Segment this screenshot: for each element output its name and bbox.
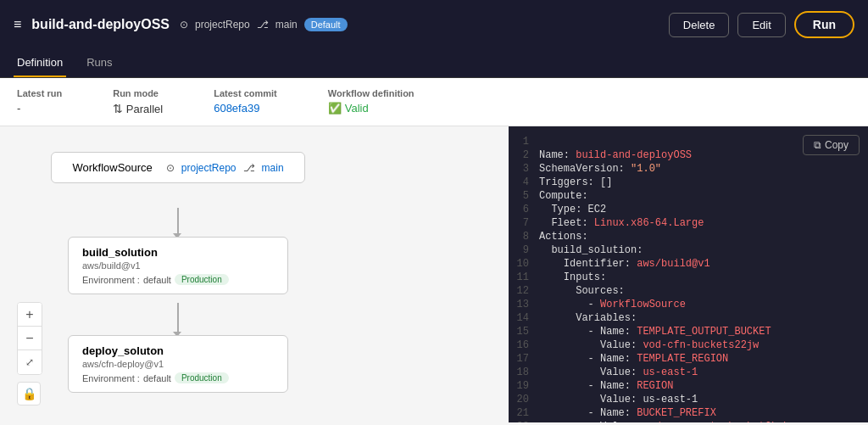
- lock-button[interactable]: 🔒: [17, 382, 41, 405]
- top-bar-left: ≡ build-and-deployOSS ⊙ projectRepo ⎇ ma…: [14, 17, 348, 32]
- zoom-plus-button[interactable]: +: [18, 303, 42, 327]
- build-node-title: build_solution: [82, 246, 274, 259]
- zoom-fit-button[interactable]: ⤢: [18, 350, 42, 374]
- build-node-env: Environment : default Production: [82, 274, 274, 285]
- code-panel: ⧉ Copy 12Name: build-and-deployOSS3Schem…: [509, 126, 868, 422]
- code-line: 16 Value: vod-cfn-buckets22jw: [509, 338, 868, 352]
- zoom-controls: + − ⤢ 🔒: [17, 302, 42, 405]
- workflow-canvas: WorkflowSource ⊙ projectRepo ⎇ main buil…: [0, 126, 509, 422]
- copy-icon: ⧉: [814, 139, 821, 151]
- code-line: 17 - Name: TEMPLATE_REGION: [509, 352, 868, 366]
- repo-name-node: projectRepo: [181, 162, 236, 174]
- top-bar: ≡ build-and-deployOSS ⊙ projectRepo ⎇ ma…: [0, 0, 868, 49]
- meta-latest-run: Latest run -: [17, 88, 62, 115]
- branch-icon: ⎇: [257, 19, 269, 31]
- latest-run-value: -: [17, 102, 62, 115]
- code-line: 22 Value: vod-appassets-bucket6kobg: [509, 420, 868, 422]
- code-line: 13 - WorkflowSource: [509, 298, 868, 311]
- code-line: 20 Value: us-east-1: [509, 393, 868, 406]
- connector-2: [177, 303, 179, 333]
- check-icon: ✅: [328, 102, 342, 115]
- deploy-env-badge: Production: [175, 372, 229, 383]
- build-env-badge: Production: [175, 274, 229, 285]
- copy-button[interactable]: ⧉ Copy: [803, 135, 860, 155]
- latest-run-label: Latest run: [17, 88, 62, 98]
- code-line: 19 - Name: REGION: [509, 379, 868, 393]
- branch-name-node: main: [262, 162, 284, 174]
- code-line: 12 Sources:: [509, 284, 868, 298]
- code-line: 18 Value: us-east-1: [509, 366, 868, 379]
- node-source-title: WorkflowSource: [72, 161, 152, 174]
- code-line: 14 Variables:: [509, 311, 868, 325]
- zoom-minus-button[interactable]: −: [18, 327, 42, 350]
- code-line: 11 Inputs:: [509, 271, 868, 284]
- code-line: 8Actions:: [509, 230, 868, 243]
- main-content: WorkflowSource ⊙ projectRepo ⎇ main buil…: [0, 126, 868, 422]
- branch-icon-node: ⎇: [243, 162, 255, 174]
- workflow-node-source: WorkflowSource ⊙ projectRepo ⎇ main: [51, 152, 305, 183]
- delete-button[interactable]: Delete: [669, 13, 730, 37]
- commit-link[interactable]: 608efa39: [214, 102, 277, 115]
- repo-icon-node: ⊙: [166, 162, 175, 174]
- parallel-icon: ⇅: [113, 102, 123, 115]
- tab-runs[interactable]: Runs: [83, 49, 115, 77]
- code-lines: 12Name: build-and-deployOSS3SchemaVersio…: [509, 135, 868, 422]
- repo-name: projectRepo: [195, 19, 250, 31]
- deploy-node-title: deploy_soluton: [82, 344, 274, 357]
- repo-icon: ⊙: [180, 19, 188, 31]
- code-line: 3SchemaVersion: "1.0": [509, 162, 868, 176]
- meta-bar: Latest run - Run mode ⇅ Parallel Latest …: [0, 78, 868, 126]
- code-line: 5Compute:: [509, 189, 868, 203]
- code-line: 7 Fleet: Linux.x86-64.Large: [509, 216, 868, 230]
- run-mode-value: ⇅ Parallel: [113, 102, 163, 115]
- repo-info: ⊙ projectRepo ⎇ main Default: [180, 18, 348, 31]
- hamburger-icon[interactable]: ≡: [14, 17, 21, 32]
- workflow-node-build: build_solution aws/build@v1 Environment …: [68, 237, 288, 294]
- tab-definition[interactable]: Definition: [14, 49, 66, 77]
- connector-1: [177, 208, 179, 235]
- deploy-node-env: Environment : default Production: [82, 372, 274, 383]
- nav-tabs: Definition Runs: [0, 49, 868, 78]
- build-node-sub: aws/build@v1: [82, 260, 274, 271]
- meta-latest-commit: Latest commit 608efa39: [214, 88, 277, 115]
- meta-workflow-def: Workflow definition ✅ Valid: [328, 88, 415, 115]
- top-bar-right: Delete Edit Run: [669, 11, 854, 38]
- code-line: 10 Identifier: aws/build@v1: [509, 257, 868, 271]
- default-badge: Default: [304, 18, 348, 31]
- workflow-node-deploy: deploy_soluton aws/cfn-deploy@v1 Environ…: [68, 335, 288, 393]
- code-line: 6 Type: EC2: [509, 203, 868, 216]
- branch-name: main: [275, 19, 298, 31]
- valid-badge: ✅ Valid: [328, 102, 415, 115]
- run-mode-label: Run mode: [113, 88, 163, 98]
- workflow-def-label: Workflow definition: [328, 88, 415, 98]
- code-line: 9 build_solution:: [509, 243, 868, 257]
- latest-commit-label: Latest commit: [214, 88, 277, 98]
- code-line: 21 - Name: BUCKET_PREFIX: [509, 406, 868, 420]
- meta-run-mode: Run mode ⇅ Parallel: [113, 88, 163, 115]
- edit-button[interactable]: Edit: [737, 13, 785, 37]
- deploy-node-sub: aws/cfn-deploy@v1: [82, 359, 274, 369]
- code-line: 4Triggers: []: [509, 176, 868, 189]
- run-button[interactable]: Run: [794, 11, 854, 38]
- code-line: 15 - Name: TEMPLATE_OUTPUT_BUCKET: [509, 325, 868, 338]
- workflow-title: build-and-deployOSS: [31, 17, 170, 32]
